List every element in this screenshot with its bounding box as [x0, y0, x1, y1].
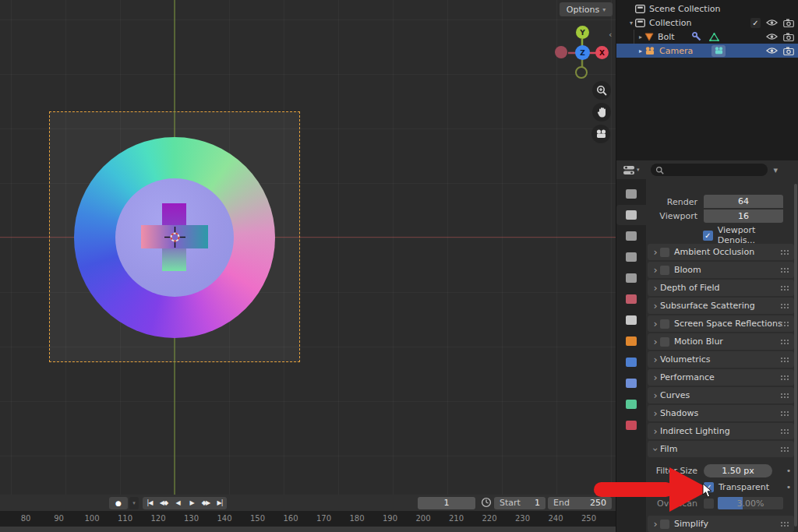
animate-dot-icon[interactable]: •: [783, 482, 794, 492]
eye-icon[interactable]: [766, 19, 778, 26]
panel-section-simplify[interactable]: › Simplify: [648, 516, 794, 532]
properties-search-input[interactable]: [651, 164, 768, 176]
drag-handle-icon[interactable]: [780, 446, 790, 452]
previous-keyframe-button[interactable]: ◀◆: [157, 497, 171, 509]
render-visibility-icon[interactable]: [783, 47, 794, 55]
editor-type-button[interactable]: ▾: [623, 165, 640, 175]
panel-section-indirect-lighting[interactable]: ›Indirect Lighting: [648, 423, 794, 439]
outliner-row-camera[interactable]: ▸ Camera: [616, 44, 798, 58]
current-frame-field[interactable]: 1: [418, 497, 475, 509]
drag-handle-icon[interactable]: [780, 339, 790, 344]
panel-section-depth-of-field[interactable]: ›Depth of Field: [648, 280, 794, 296]
drag-handle-icon[interactable]: [780, 393, 790, 398]
play-button[interactable]: ▶: [185, 497, 199, 509]
drag-handle-icon[interactable]: [780, 410, 790, 416]
drag-handle-icon[interactable]: [780, 321, 790, 326]
gizmo-minus-x-axis[interactable]: [555, 46, 567, 58]
outliner-row-collection[interactable]: ▾ Collection ✓: [616, 16, 798, 30]
timeline-ruler[interactable]: 8090100110120130140150160170180190200210…: [0, 511, 616, 527]
world-tab[interactable]: [616, 289, 646, 309]
view-layer-tab[interactable]: [616, 247, 646, 267]
render-visibility-icon[interactable]: [783, 33, 794, 41]
viewport-samples-field[interactable]: 16: [704, 210, 783, 223]
physics-tab[interactable]: [616, 352, 646, 372]
tool-tab[interactable]: [616, 184, 646, 204]
overscan-slider[interactable]: 3.00%: [718, 497, 783, 509]
exclude-checkbox[interactable]: ✓: [750, 18, 761, 28]
viewport-camera-button[interactable]: [591, 125, 610, 143]
eye-icon[interactable]: [766, 47, 778, 55]
panel-section-ambient-occlusion[interactable]: ›Ambient Occlusion: [648, 244, 794, 260]
section-checkbox[interactable]: [660, 319, 669, 329]
frame-start-field[interactable]: Start 1: [494, 497, 546, 509]
collection-tab[interactable]: [616, 310, 646, 330]
panel-section-film[interactable]: ›Film: [648, 441, 794, 457]
render-samples-field[interactable]: 64: [704, 195, 783, 208]
jump-to-end-button[interactable]: ▶|: [213, 497, 227, 509]
section-checkbox[interactable]: [660, 266, 669, 275]
mesh-data-icon[interactable]: [709, 33, 719, 41]
drag-handle-icon[interactable]: [780, 521, 790, 527]
annotation-arrow: [589, 463, 715, 517]
gizmo-minus-y-axis[interactable]: [575, 66, 588, 79]
render-visibility-icon[interactable]: [783, 19, 794, 27]
play-reverse-button[interactable]: ◀: [171, 497, 185, 509]
outliner-label: Bolt: [658, 32, 675, 42]
auto-keyframe-button[interactable]: ●: [109, 497, 128, 509]
scene-tab[interactable]: [616, 268, 646, 288]
constraints-tab[interactable]: [616, 373, 646, 393]
panel-section-motion-blur[interactable]: ›Motion Blur: [648, 333, 794, 350]
render-tab[interactable]: [616, 205, 646, 225]
disclosure-open-icon[interactable]: ▾: [627, 19, 635, 26]
section-checkbox[interactable]: [660, 520, 669, 529]
filter-dropdown-icon[interactable]: ▾: [774, 165, 779, 175]
drag-handle-icon[interactable]: [780, 303, 790, 308]
drag-handle-icon[interactable]: [780, 285, 790, 291]
panel-section-volumetrics[interactable]: ›Volumetrics: [648, 351, 794, 368]
outliner-row-bolt[interactable]: ▸ Bolt: [616, 30, 798, 44]
viewport-denoising-checkbox[interactable]: ✓: [703, 231, 713, 241]
eye-icon[interactable]: [766, 33, 778, 41]
frame-tick-110: 110: [118, 514, 132, 523]
object-data-icon: [626, 400, 637, 409]
gizmo-x-axis[interactable]: X: [595, 46, 609, 59]
playback-sync-clock-icon[interactable]: [481, 497, 492, 508]
gizmo-z-axis[interactable]: Z: [575, 45, 590, 60]
gizmo-y-axis[interactable]: Y: [576, 26, 589, 39]
jump-to-start-button[interactable]: |◀: [143, 497, 157, 509]
drag-handle-icon[interactable]: [780, 249, 790, 255]
panel-section-performance[interactable]: ›Performance: [648, 369, 794, 386]
panel-section-shadows[interactable]: ›Shadows: [648, 405, 794, 421]
texture-tab[interactable]: [616, 415, 646, 435]
panel-section-screen-space-reflections[interactable]: ›Screen Space Reflections: [648, 315, 794, 332]
panel-section-bloom[interactable]: ›Bloom: [648, 262, 794, 278]
output-tab[interactable]: [616, 226, 646, 246]
section-checkbox[interactable]: [660, 337, 669, 347]
render-samples-label: Render: [648, 197, 704, 207]
properties-scrollbar[interactable]: [794, 184, 797, 527]
object-data-tab[interactable]: [616, 394, 646, 414]
viewport-zoom-button[interactable]: [592, 81, 611, 100]
drag-handle-icon[interactable]: [780, 267, 790, 273]
camera-data-chip[interactable]: [711, 45, 726, 57]
viewport-pan-button[interactable]: [592, 103, 611, 122]
next-keyframe-button[interactable]: ◆▶: [199, 497, 213, 509]
outliner-row-scene-collection[interactable]: Scene Collection: [616, 2, 798, 16]
modifier-wrench-icon[interactable]: [692, 32, 701, 41]
animate-dot-icon[interactable]: •: [783, 466, 794, 476]
section-label: Subsurface Scattering: [660, 301, 755, 311]
panel-section-subsurface-scattering[interactable]: ›Subsurface Scattering: [648, 298, 794, 314]
keying-set-dropdown[interactable]: ▾: [129, 497, 139, 509]
disclosure-closed-icon[interactable]: ▸: [637, 33, 644, 41]
drag-handle-icon[interactable]: [780, 428, 790, 434]
options-button[interactable]: Options ▾: [560, 2, 613, 16]
drag-handle-icon[interactable]: [780, 357, 790, 362]
chevron-right-icon: ›: [651, 320, 660, 328]
section-checkbox[interactable]: [660, 248, 669, 257]
panel-section-curves[interactable]: ›Curves: [648, 387, 794, 403]
3d-viewport[interactable]: Options ▾ ‹ Y X Z: [0, 0, 616, 495]
drag-handle-icon[interactable]: [780, 375, 790, 380]
object-tab[interactable]: [616, 331, 646, 351]
chevron-right-icon: ›: [651, 248, 660, 256]
disclosure-closed-icon[interactable]: ▸: [637, 48, 644, 55]
